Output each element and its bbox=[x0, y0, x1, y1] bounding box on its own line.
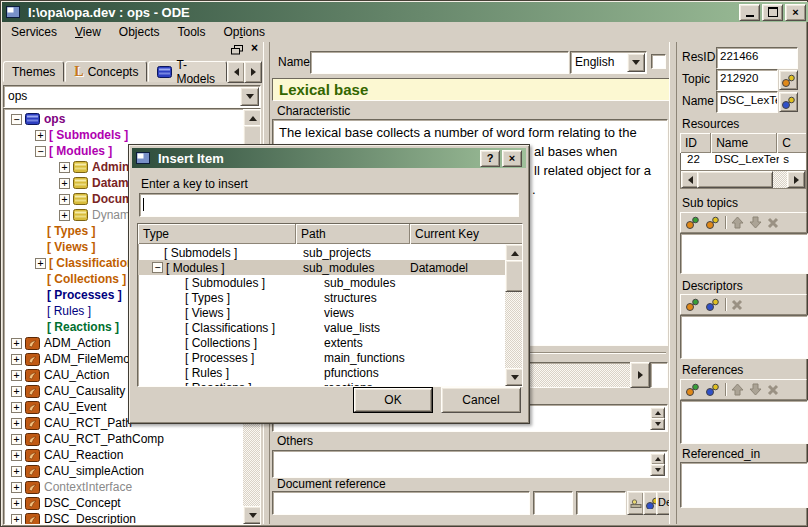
tree-item-dsc-description[interactable]: +DSC_Description bbox=[5, 511, 242, 525]
column-header-current-key[interactable]: Current Key bbox=[410, 224, 522, 244]
tab-concepts[interactable]: LConcepts bbox=[65, 61, 147, 82]
collapse-icon[interactable]: − bbox=[11, 114, 22, 125]
model-combobox[interactable]: ops bbox=[3, 85, 261, 108]
resources-column-name[interactable]: Name bbox=[711, 133, 777, 153]
insert-row-submodules[interactable]: [ Submodules ]sub_modules bbox=[138, 275, 505, 290]
resid-input[interactable]: 221466 bbox=[716, 47, 798, 69]
language-checkbox[interactable] bbox=[651, 54, 666, 69]
scroll-down-button[interactable] bbox=[505, 368, 523, 386]
insert-row-rules[interactable]: [ Rules ]pfunctions bbox=[138, 365, 505, 380]
referenced-in-list[interactable] bbox=[680, 462, 808, 508]
dialog-scrollbar[interactable] bbox=[505, 244, 522, 386]
tab-scroll-right-button[interactable] bbox=[244, 61, 262, 83]
expand-icon[interactable]: + bbox=[11, 450, 22, 461]
topic-input[interactable]: 212920 bbox=[716, 69, 778, 91]
references-up-button[interactable] bbox=[731, 383, 744, 396]
dock-float-button[interactable] bbox=[231, 44, 244, 55]
close-button[interactable]: × bbox=[785, 4, 806, 21]
right-splitter[interactable] bbox=[669, 42, 677, 524]
name-input[interactable]: DSC_LexTerm bbox=[716, 91, 778, 113]
sub-topics-mol-og-button[interactable] bbox=[685, 216, 700, 229]
tab-themes[interactable]: Themes bbox=[3, 61, 64, 82]
spin-down-button[interactable] bbox=[650, 418, 665, 430]
others-input[interactable] bbox=[272, 450, 668, 478]
menu-options[interactable]: Options bbox=[215, 22, 274, 42]
tree-item-contextinterface[interactable]: +ContextInterface bbox=[5, 479, 242, 495]
descriptors-mol-by-button[interactable] bbox=[705, 298, 720, 311]
expand-icon[interactable]: + bbox=[11, 418, 22, 429]
topic-link-button[interactable] bbox=[779, 70, 798, 90]
resources-hscrollbar[interactable] bbox=[680, 170, 806, 189]
descriptors-del-button[interactable] bbox=[731, 299, 743, 311]
dock-close-button[interactable]: × bbox=[248, 42, 261, 55]
references-mol-og-button[interactable] bbox=[685, 383, 700, 396]
collapse-icon[interactable]: − bbox=[152, 262, 163, 273]
insert-row-processes[interactable]: [ Processes ]main_functions bbox=[138, 350, 505, 365]
dialog-close-button[interactable]: × bbox=[502, 150, 522, 167]
expand-icon[interactable]: + bbox=[11, 386, 22, 397]
expand-icon[interactable]: + bbox=[59, 194, 70, 205]
column-header-type[interactable]: Type bbox=[138, 224, 296, 244]
expand-icon[interactable]: + bbox=[59, 210, 70, 221]
expand-icon[interactable]: + bbox=[11, 498, 22, 509]
collapse-icon[interactable]: − bbox=[35, 146, 46, 157]
references-list[interactable] bbox=[680, 400, 808, 444]
document-reference-input[interactable] bbox=[272, 491, 530, 515]
references-mol-by-button[interactable] bbox=[705, 383, 720, 396]
sub-topics-down-button[interactable] bbox=[749, 216, 762, 229]
hscrollbar-thumb[interactable] bbox=[697, 171, 773, 188]
expand-icon[interactable]: + bbox=[11, 466, 22, 477]
scroll-right-button[interactable] bbox=[787, 171, 805, 188]
tree-item-cau-reaction[interactable]: +CAU_Reaction bbox=[5, 447, 242, 463]
expand-icon[interactable]: + bbox=[11, 434, 22, 445]
scroll-down-button[interactable] bbox=[243, 506, 261, 524]
expand-icon[interactable]: + bbox=[11, 402, 22, 413]
maximize-button[interactable] bbox=[762, 4, 783, 21]
expand-icon[interactable]: + bbox=[11, 482, 22, 493]
window-titlebar[interactable]: I:\opa\opa.dev : ops - ODE × bbox=[2, 2, 808, 22]
spin-down-button[interactable] bbox=[650, 464, 665, 476]
sub-topics-up-button[interactable] bbox=[731, 216, 744, 229]
descriptors-mol-og-button[interactable] bbox=[685, 298, 700, 311]
minimize-button[interactable] bbox=[739, 4, 760, 21]
references-down-button[interactable] bbox=[749, 383, 762, 396]
expand-icon[interactable]: + bbox=[35, 130, 46, 141]
name-link-button[interactable] bbox=[779, 92, 798, 112]
sub-topics-del-button[interactable] bbox=[767, 217, 779, 229]
insert-row-reactions[interactable]: [ Reactions ]reactions bbox=[138, 380, 505, 387]
column-header-path[interactable]: Path bbox=[296, 224, 410, 244]
tree-item-submodels[interactable]: +[ Submodels ] bbox=[5, 127, 242, 143]
menu-tools[interactable]: Tools bbox=[169, 22, 215, 42]
insert-row-modules[interactable]: −[ Modules ]sub_modulesDatamodel bbox=[138, 260, 505, 275]
expand-icon[interactable]: + bbox=[11, 354, 22, 365]
expand-icon[interactable]: + bbox=[59, 178, 70, 189]
language-combobox[interactable]: English bbox=[570, 51, 647, 74]
tree-item-dsc-concept[interactable]: +DSC_Concept bbox=[5, 495, 242, 511]
cancel-button[interactable]: Cancel bbox=[441, 387, 521, 413]
sub-topics-mol-oy-button[interactable] bbox=[705, 216, 720, 229]
insert-row-types[interactable]: [ Types ]structures bbox=[138, 290, 505, 305]
tree-item-cau-rct-pathcomp[interactable]: +CAU_RCT_PathComp bbox=[5, 431, 242, 447]
references-del-button[interactable] bbox=[767, 384, 779, 396]
resources-row[interactable]: 22DSC_LexTerms bbox=[680, 153, 806, 170]
document-reference-field2[interactable] bbox=[533, 491, 573, 515]
insert-row-submodels[interactable]: [ Submodels ]sub_projects bbox=[138, 245, 505, 260]
descriptors-list[interactable] bbox=[680, 315, 808, 359]
tree-item-ops[interactable]: −ops bbox=[5, 111, 242, 127]
scroll-right-button[interactable] bbox=[630, 362, 650, 388]
ok-button[interactable]: OK bbox=[353, 387, 433, 413]
expand-icon[interactable]: + bbox=[11, 338, 22, 349]
language-dropdown-button[interactable] bbox=[627, 53, 645, 72]
help-button[interactable]: ? bbox=[480, 150, 500, 167]
key-input[interactable] bbox=[139, 193, 519, 217]
resources-column-id[interactable]: ID bbox=[680, 133, 711, 153]
menu-objects[interactable]: Objects bbox=[110, 22, 169, 42]
expand-icon[interactable]: + bbox=[35, 258, 46, 269]
menu-view[interactable]: View bbox=[66, 22, 110, 42]
dialog-titlebar[interactable]: Insert Item ? × bbox=[132, 148, 526, 168]
sub-topics-list[interactable] bbox=[680, 233, 808, 274]
expand-icon[interactable]: + bbox=[11, 514, 22, 525]
combobox-dropdown-button[interactable] bbox=[240, 87, 259, 106]
insert-row-collections[interactable]: [ Collections ]extents bbox=[138, 335, 505, 350]
reference-apply-button[interactable] bbox=[627, 491, 644, 515]
